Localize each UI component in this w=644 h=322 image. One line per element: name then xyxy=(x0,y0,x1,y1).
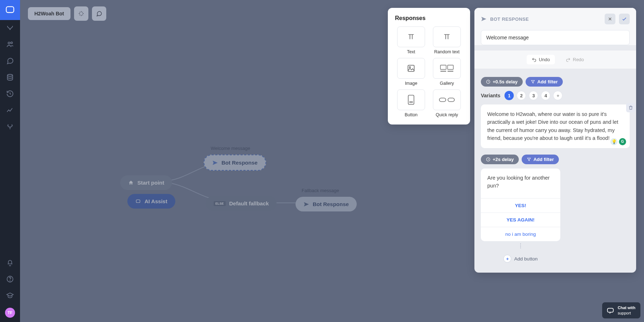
history-icon[interactable] xyxy=(6,89,14,98)
avatar[interactable]: TF xyxy=(5,308,15,318)
lightbulb-icon[interactable]: 💡 xyxy=(610,138,618,145)
variant-3[interactable]: 3 xyxy=(529,91,538,100)
ai-assist-label: AI Assist xyxy=(145,198,167,204)
database-icon[interactable] xyxy=(6,73,14,82)
reset-chat-button[interactable] xyxy=(92,6,106,21)
svg-point-5 xyxy=(10,280,10,281)
quick-btn-2[interactable]: YES AGAIN! xyxy=(481,213,560,227)
response-random-text[interactable]: Random text xyxy=(431,26,463,54)
variant-1[interactable]: 1 xyxy=(504,91,514,100)
variants-row: Variants 1 2 3 4 + xyxy=(481,91,630,100)
svg-rect-9 xyxy=(440,65,446,69)
delay-pill-1[interactable]: +0.5s delay xyxy=(481,77,523,87)
svg-rect-6 xyxy=(136,200,140,203)
close-button[interactable] xyxy=(605,14,615,24)
variant-4[interactable]: 4 xyxy=(541,91,550,100)
analytics-icon[interactable] xyxy=(6,106,14,114)
delete-message-icon[interactable] xyxy=(626,103,635,112)
else-badge: ELSE xyxy=(214,201,226,206)
svg-rect-16 xyxy=(607,308,613,312)
sparkle-button[interactable] xyxy=(74,6,88,21)
confirm-button[interactable] xyxy=(619,14,630,24)
responses-title: Responses xyxy=(395,15,463,21)
svg-rect-11 xyxy=(408,95,414,104)
response-gallery[interactable]: Gallery xyxy=(431,58,463,86)
welcome-node-title: Welcome message xyxy=(211,146,250,151)
quick-reply-card[interactable]: Are you looking for another pun? YES! YE… xyxy=(481,169,560,241)
add-button-row[interactable]: + Add button xyxy=(481,255,560,263)
learn-icon[interactable] xyxy=(6,291,14,300)
bot-name-chip[interactable]: H2Woah Bot xyxy=(28,7,70,20)
default-fallback-label: Default fallback xyxy=(229,200,269,206)
bell-icon[interactable] xyxy=(6,258,14,267)
plus-icon: + xyxy=(503,255,511,263)
responses-panel: Responses Text Random text Image Gallery… xyxy=(388,8,470,125)
svg-point-2 xyxy=(11,42,13,44)
ai-assist-node[interactable]: AI Assist xyxy=(127,194,175,209)
undo-button[interactable]: Undo xyxy=(527,55,555,64)
svg-point-3 xyxy=(8,74,13,77)
response-quick-reply[interactable]: Quick reply xyxy=(431,89,463,117)
quick-reply-text[interactable]: Are you looking for another pun? xyxy=(481,169,560,199)
add-filter-pill-1[interactable]: Add filter xyxy=(526,77,563,87)
message-card-1[interactable]: Welcome to H2woah, where our water is so… xyxy=(481,104,630,148)
quick-btn-3[interactable]: no i am boring xyxy=(481,227,560,241)
start-node-label: Start point xyxy=(137,180,164,186)
fallback-bot-response-node[interactable]: Bot Response xyxy=(296,197,357,211)
variant-2[interactable]: 2 xyxy=(517,91,526,100)
response-text[interactable]: Text xyxy=(395,26,427,54)
response-image[interactable]: Image xyxy=(395,58,427,86)
add-filter-pill-2[interactable]: Add filter xyxy=(522,155,559,164)
app-logo[interactable] xyxy=(0,0,20,20)
svg-rect-10 xyxy=(448,65,453,69)
bot-response-label: Bot Response xyxy=(221,160,258,166)
svg-rect-13 xyxy=(448,98,454,102)
chat-bubble-icon xyxy=(606,307,614,314)
fallback-node-title: Fallback message xyxy=(302,188,339,193)
grammarly-icon[interactable]: G xyxy=(619,138,626,145)
topbar: H2Woah Bot xyxy=(28,6,106,21)
left-sidebar: TF xyxy=(0,0,20,322)
response-button[interactable]: Button xyxy=(395,89,427,117)
svg-point-8 xyxy=(409,67,410,68)
panel-title: BOT RESPONSE xyxy=(490,16,601,22)
svg-rect-12 xyxy=(439,98,446,102)
flow-icon[interactable] xyxy=(6,24,14,32)
send-icon xyxy=(481,16,487,22)
integrations-icon[interactable] xyxy=(6,122,14,131)
welcome-bot-response-node[interactable]: Bot Response xyxy=(204,155,266,171)
redo-button[interactable]: Redo xyxy=(566,55,584,64)
response-name-input[interactable]: Welcome message xyxy=(481,30,630,45)
support-chat-widget[interactable]: Chat with support xyxy=(602,302,641,318)
start-node[interactable]: Start point xyxy=(120,175,172,190)
svg-point-1 xyxy=(8,42,10,44)
bot-response-panel: BOT RESPONSE Welcome message Undo Redo +… xyxy=(474,8,636,273)
variant-add[interactable]: + xyxy=(553,91,562,100)
delay-pill-2[interactable]: +2s delay xyxy=(481,155,519,164)
svg-rect-7 xyxy=(408,65,414,71)
users-icon[interactable] xyxy=(6,40,14,49)
help-icon[interactable] xyxy=(6,275,14,283)
bot-response-label-2: Bot Response xyxy=(313,201,349,207)
quick-btn-1[interactable]: YES! xyxy=(481,198,560,213)
chat-icon[interactable] xyxy=(6,57,14,65)
default-fallback-node[interactable]: ELSE Default fallback xyxy=(206,196,277,211)
